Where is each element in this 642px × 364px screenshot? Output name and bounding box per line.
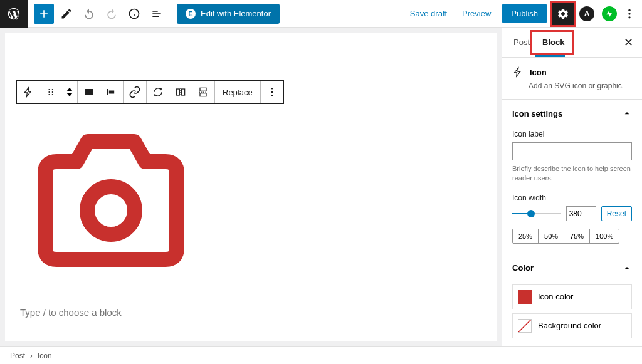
- svg-point-23: [271, 95, 273, 97]
- svg-rect-19: [200, 93, 206, 96]
- svg-point-11: [52, 94, 53, 95]
- panel-color[interactable]: Color: [502, 254, 642, 282]
- svg-point-22: [271, 91, 273, 93]
- reset-width-button[interactable]: Reset: [601, 206, 632, 221]
- panel-icon-settings[interactable]: Icon settings: [502, 100, 642, 127]
- close-sidebar-icon[interactable]: ✕: [620, 36, 637, 49]
- settings-button[interactable]: [552, 3, 574, 25]
- preset-100[interactable]: 100%: [590, 229, 619, 243]
- block-description: Add an SVG icon or graphic.: [529, 81, 632, 90]
- svg-point-9: [52, 91, 53, 93]
- flip-vertical-icon[interactable]: [192, 81, 214, 103]
- svg-point-6: [48, 89, 50, 90]
- svg-rect-12: [85, 89, 93, 95]
- color-swatch-bg: [518, 319, 532, 333]
- breadcrumb: Post › Icon: [0, 346, 642, 364]
- color-swatch-icon: [518, 290, 532, 304]
- undo-icon[interactable]: [79, 4, 99, 24]
- svg-rect-14: [109, 91, 114, 94]
- info-icon[interactable]: [124, 4, 144, 24]
- tab-highlight: [530, 30, 574, 55]
- icon-label-help: Briefly describe the icon to help screen…: [512, 164, 632, 184]
- block-placeholder[interactable]: Type / to choose a block: [20, 307, 482, 318]
- icon-label-input[interactable]: [512, 142, 632, 160]
- svg-rect-18: [200, 88, 206, 91]
- svg-point-4: [628, 13, 630, 14]
- background-color-item[interactable]: Background color: [512, 313, 632, 338]
- svg-point-10: [48, 94, 50, 95]
- preview-button[interactable]: Preview: [456, 4, 497, 23]
- flip-horizontal-icon[interactable]: [169, 81, 192, 103]
- edit-elementor-button[interactable]: E Edit with Elementor: [177, 4, 280, 24]
- astra-icon[interactable]: A: [579, 6, 594, 21]
- save-draft-button[interactable]: Save draft: [404, 4, 453, 23]
- icon-width-input[interactable]: [566, 206, 596, 221]
- svg-point-3: [628, 9, 630, 11]
- move-up-down[interactable]: [62, 81, 77, 103]
- settings-sidebar: Post Block ✕ Icon Add an SVG icon or gra…: [502, 28, 642, 346]
- link-icon[interactable]: [124, 81, 146, 103]
- more-options-icon[interactable]: [622, 4, 637, 24]
- preset-25[interactable]: 25%: [513, 229, 539, 243]
- jetpack-icon[interactable]: [602, 6, 617, 21]
- justify-icon[interactable]: [100, 81, 123, 103]
- lightning-icon: [512, 66, 524, 78]
- rotate-icon[interactable]: [147, 81, 169, 103]
- camera-icon-block[interactable]: [26, 123, 482, 269]
- tab-underline: [535, 55, 565, 57]
- svg-rect-16: [182, 89, 185, 95]
- edit-icon[interactable]: [56, 4, 76, 24]
- wordpress-logo[interactable]: [0, 0, 28, 28]
- svg-point-5: [628, 16, 630, 18]
- replace-button[interactable]: Replace: [215, 81, 260, 103]
- elementor-label: Edit with Elementor: [201, 9, 271, 18]
- icon-width-label: Icon width: [512, 194, 632, 202]
- block-toolbar: Replace: [16, 80, 284, 104]
- preset-50[interactable]: 50%: [539, 229, 564, 243]
- block-more-icon[interactable]: [261, 81, 283, 103]
- preset-75[interactable]: 75%: [564, 229, 590, 243]
- breadcrumb-icon[interactable]: Icon: [38, 351, 52, 360]
- icon-width-slider[interactable]: [512, 207, 561, 220]
- chevron-up-icon: [622, 108, 632, 118]
- svg-point-24: [87, 187, 135, 234]
- breadcrumb-post[interactable]: Post: [10, 351, 25, 360]
- drag-handle-icon[interactable]: [39, 81, 62, 103]
- svg-rect-15: [176, 89, 179, 95]
- svg-rect-13: [107, 89, 108, 95]
- chevron-up-icon: [622, 263, 632, 273]
- publish-button[interactable]: Publish: [502, 4, 547, 23]
- editor-canvas-area[interactable]: Replace Type / to choose a block: [0, 28, 502, 346]
- align-icon[interactable]: [78, 81, 100, 103]
- block-name: Icon: [530, 68, 547, 77]
- redo-icon[interactable]: [102, 4, 122, 24]
- icon-color-item[interactable]: Icon color: [512, 284, 632, 309]
- svg-point-8: [48, 91, 50, 93]
- icon-label-label: Icon label: [512, 130, 632, 138]
- add-block-button[interactable]: [34, 4, 54, 24]
- svg-point-7: [52, 89, 53, 90]
- block-type-icon[interactable]: [17, 81, 39, 103]
- width-presets: 25% 50% 75% 100%: [512, 229, 619, 244]
- outline-icon[interactable]: [147, 4, 167, 24]
- svg-point-21: [271, 88, 273, 90]
- elementor-logo-icon: E: [186, 9, 196, 19]
